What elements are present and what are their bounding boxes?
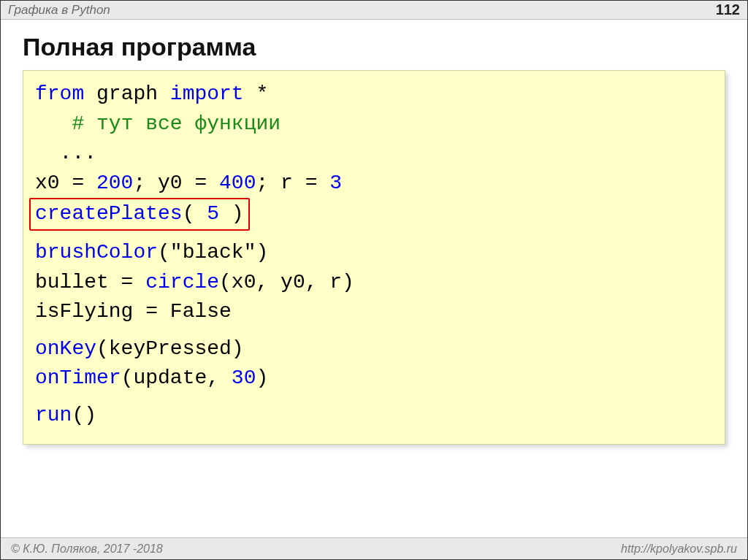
code-text: ; y0 = <box>133 172 219 194</box>
code-text: ) <box>219 202 244 225</box>
page-title: Полная программа <box>23 33 725 61</box>
code-text: ) <box>256 367 268 389</box>
code-ellipsis: ... <box>60 142 96 164</box>
code-text: x0 = <box>35 172 96 194</box>
code-indent <box>35 142 60 164</box>
code-comment: # тут все функции <box>72 112 280 135</box>
slide: Графика в Python 112 Полная программа fr… <box>0 0 748 560</box>
footer-bar: © К.Ю. Поляков, 2017 -2018 http://kpolya… <box>1 537 747 559</box>
content-area: Полная программа from graph import * # т… <box>1 20 747 537</box>
code-number: 200 <box>96 172 133 194</box>
code-gap <box>35 231 713 238</box>
code-text: ; r = <box>256 172 329 194</box>
copyright: © К.Ю. Поляков, 2017 -2018 <box>11 542 163 556</box>
breadcrumb: Графика в Python <box>8 3 110 18</box>
code-text: () <box>72 404 96 426</box>
keyword-import: import <box>170 83 244 105</box>
code-text: isFlying = False <box>35 300 232 323</box>
code-number: 5 <box>207 202 219 225</box>
fn-onTimer: onTimer <box>35 367 121 389</box>
code-text: (keyPressed) <box>96 337 244 360</box>
fn-onKey: onKey <box>35 337 96 360</box>
fn-run: run <box>35 404 72 426</box>
header-bar: Графика в Python 112 <box>1 1 747 20</box>
page-number: 112 <box>716 1 740 18</box>
code-text: (x0, y0, r) <box>219 271 354 294</box>
code-number: 3 <box>329 172 342 194</box>
fn-createPlates: createPlates <box>35 202 183 225</box>
code-block: from graph import * # тут все функции ..… <box>23 70 725 445</box>
footer-url: http://kpolyakov.spb.ru <box>621 542 737 556</box>
code-text: ( <box>183 202 207 225</box>
code-text: ("black") <box>158 241 268 264</box>
highlighted-line: createPlates( 5 ) <box>29 198 250 231</box>
code-text: graph <box>84 83 170 105</box>
code-gap <box>35 394 713 401</box>
code-text: bullet = <box>35 271 145 294</box>
code-text: (update, <box>121 367 232 389</box>
keyword-from: from <box>35 83 84 105</box>
code-gap <box>35 327 713 334</box>
fn-circle: circle <box>145 271 219 294</box>
fn-brushColor: brushColor <box>35 241 158 264</box>
code-number: 400 <box>219 172 256 194</box>
code-number: 30 <box>232 367 256 389</box>
code-text: * <box>244 83 269 105</box>
code-indent <box>35 112 72 135</box>
